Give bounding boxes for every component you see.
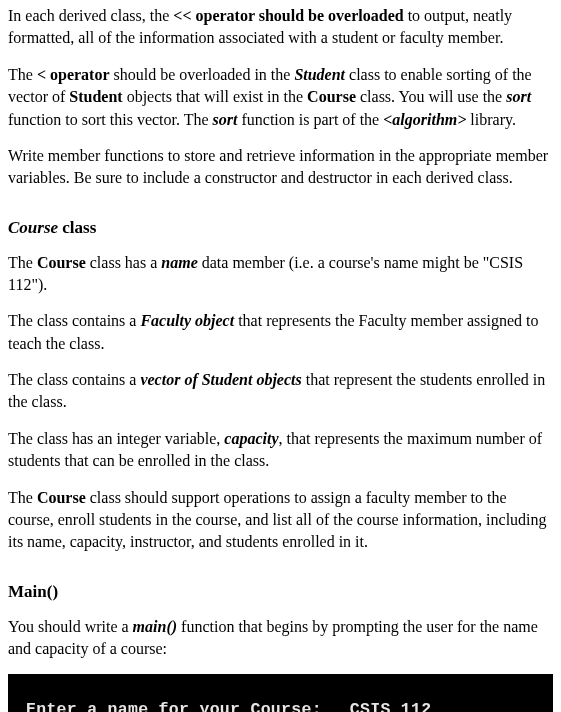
paragraph-faculty-object: The class contains a Faculty object that… — [8, 310, 553, 355]
text-bold-italic: sort — [213, 111, 238, 128]
text-bold: Course — [37, 489, 86, 506]
text-bold-italic: <algorithm> — [383, 111, 466, 128]
text-bold-italic: main() — [133, 618, 177, 635]
heading-text: class — [58, 218, 96, 237]
terminal-line: Enter a name for your Course:CSIS 112 — [26, 698, 535, 712]
terminal-value: CSIS 112 — [350, 700, 432, 712]
text-bold: < operator — [37, 66, 110, 83]
text: The class contains a — [8, 371, 140, 388]
text-bold-italic: sort — [506, 88, 531, 105]
text: In each derived class, the — [8, 7, 173, 24]
text: should be overloaded in the — [110, 66, 295, 83]
text: The — [8, 254, 37, 271]
text: The — [8, 489, 37, 506]
text: The class has an integer variable, — [8, 430, 224, 447]
text: library. — [466, 111, 516, 128]
text: The — [8, 66, 37, 83]
text: function to sort this vector. The — [8, 111, 213, 128]
text-bold: << operator should be overloaded — [173, 7, 403, 24]
text-bold-italic: name — [161, 254, 197, 271]
paragraph-less-operator: The < operator should be overloaded in t… — [8, 64, 553, 131]
paragraph-overload-output: In each derived class, the << operator s… — [8, 5, 553, 50]
paragraph-course-name: The Course class has a name data member … — [8, 252, 553, 297]
text-bold-italic: capacity — [224, 430, 278, 447]
heading-course-class: Course class — [8, 216, 553, 240]
text: class should support operations to assig… — [8, 489, 547, 551]
paragraph-main-desc: You should write a main() function that … — [8, 616, 553, 661]
heading-main: Main() — [8, 580, 553, 604]
text: The class contains a — [8, 312, 140, 329]
terminal-prompt: Enter a name for your Course: — [26, 700, 322, 712]
paragraph-student-vector: The class contains a vector of Student o… — [8, 369, 553, 414]
text: class has a — [86, 254, 162, 271]
text: objects that will exist in the — [123, 88, 307, 105]
text-bold: Course — [37, 254, 86, 271]
paragraph-capacity: The class has an integer variable, capac… — [8, 428, 553, 473]
terminal-output: Enter a name for your Course:CSIS 112 Wh… — [8, 674, 553, 712]
text-bold: Student — [69, 88, 122, 105]
text: function is part of the — [237, 111, 383, 128]
text-bold-italic: Student — [294, 66, 345, 83]
text-bold-italic: Faculty object — [140, 312, 234, 329]
heading-italic: Course — [8, 218, 58, 237]
text-bold-italic: vector of Student objects — [140, 371, 301, 388]
text: You should write a — [8, 618, 133, 635]
text: class. You will use the — [356, 88, 506, 105]
paragraph-course-operations: The Course class should support operatio… — [8, 487, 553, 554]
paragraph-member-functions: Write member functions to store and retr… — [8, 145, 553, 190]
text-bold: Course — [307, 88, 356, 105]
